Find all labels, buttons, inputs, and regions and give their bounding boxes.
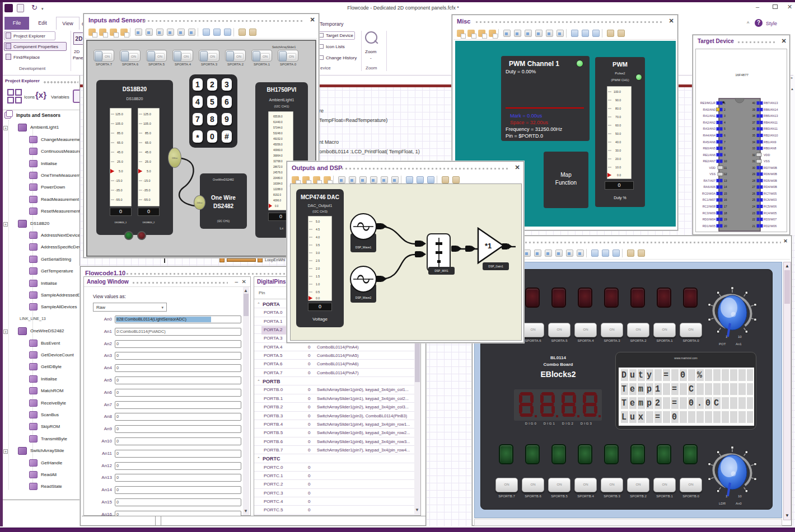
svg-text:125.0: 125.0 (115, 112, 123, 116)
svg-text:85.0: 85.0 (145, 131, 151, 135)
svg-text:RC5/W06: RC5/W06 (764, 205, 777, 208)
svg-text:RD4/W0B: RD4/W0B (764, 185, 777, 189)
svg-text:2: 2 (724, 108, 726, 111)
svg-text:12: 12 (724, 172, 727, 176)
svg-text:RD5/W0B: RD5/W0B (764, 179, 777, 182)
svg-text:-35.0: -35.0 (143, 189, 151, 192)
svg-text:10: 10 (738, 335, 742, 338)
svg-text:RC6/W03: RC6/W03 (764, 198, 777, 201)
svg-text:21: 21 (752, 224, 755, 228)
svg-text:-15.0: -15.0 (143, 179, 151, 182)
svg-text:60.0: 60.0 (615, 124, 621, 127)
svg-text:11: 11 (724, 166, 727, 170)
svg-text:RE0/AN5: RE0/AN5 (703, 147, 716, 150)
svg-text:RC4/W05: RC4/W05 (764, 211, 777, 215)
svg-text:24576.0: 24576.0 (273, 171, 283, 174)
svg-text:RE1/AN6: RE1/AN6 (703, 153, 716, 157)
svg-text:-55.0: -55.0 (143, 198, 151, 201)
svg-text:29: 29 (752, 172, 755, 176)
svg-text:-35.0: -35.0 (115, 189, 123, 192)
svg-text:14: 14 (724, 185, 727, 189)
svg-text:12288.0: 12288.0 (273, 188, 283, 191)
svg-text:45056.0: 45056.0 (273, 143, 283, 146)
svg-text:5.0: 5.0 (147, 170, 151, 173)
svg-text:10: 10 (738, 495, 742, 498)
svg-text:40960.0: 40960.0 (273, 149, 283, 152)
svg-text:RD0/W04: RD0/W04 (703, 218, 716, 221)
svg-text:16384.0: 16384.0 (273, 182, 283, 185)
svg-text:RE3/MCLR: RE3/MCLR (700, 101, 716, 105)
svg-text:30.0: 30.0 (615, 149, 621, 152)
svg-text:RB5/AN13: RB5/AN13 (764, 114, 778, 117)
svg-text:RE2/AN7: RE2/AN7 (703, 159, 716, 163)
svg-text:RB4/AN11: RB4/AN11 (764, 121, 778, 124)
svg-text:16: 16 (724, 198, 727, 201)
svg-text:23: 23 (752, 211, 755, 215)
svg-text:RC0/W0A: RC0/W0A (702, 192, 716, 195)
svg-text:VSS: VSS (764, 159, 770, 163)
svg-text:50.0: 50.0 (615, 132, 621, 135)
svg-text:RA3/AN3: RA3/AN3 (703, 127, 716, 130)
svg-text:RD3/W07: RD3/W07 (764, 218, 777, 221)
svg-text:35: 35 (752, 134, 755, 137)
svg-text:25.0: 25.0 (145, 160, 151, 163)
svg-text:25: 25 (752, 198, 755, 201)
svg-text:90.0: 90.0 (615, 98, 621, 102)
svg-text:30: 30 (752, 166, 755, 170)
svg-text:RA1/AN1: RA1/AN1 (703, 114, 716, 117)
svg-text:RB7/AN13: RB7/AN13 (764, 101, 778, 105)
svg-text:RA5/AN6: RA5/AN6 (703, 140, 716, 144)
svg-text:RB1/AN9: RB1/AN9 (764, 140, 776, 144)
svg-text:15: 15 (724, 192, 727, 195)
svg-text:VDD: VDD (764, 153, 770, 157)
svg-text:33: 33 (752, 147, 755, 150)
svg-text:0.0: 0.0 (617, 173, 621, 177)
svg-text:26: 26 (752, 192, 755, 195)
svg-text:-55.0: -55.0 (115, 198, 123, 201)
svg-text:105.0: 105.0 (115, 122, 123, 125)
svg-text:61440.0: 61440.0 (273, 121, 283, 124)
svg-text:36: 36 (752, 127, 755, 130)
svg-text:RC7/W05: RC7/W05 (764, 192, 777, 195)
svg-text:RA6/A06: RA6/A06 (703, 185, 716, 189)
svg-text:18: 18 (724, 211, 727, 215)
svg-text:24: 24 (752, 205, 755, 208)
svg-text:65536.0: 65536.0 (273, 115, 283, 118)
svg-text:RB6/AN14: RB6/AN14 (764, 108, 778, 111)
svg-text:RA0/AN0: RA0/AN0 (703, 108, 716, 111)
svg-text:53248.0: 53248.0 (273, 132, 283, 135)
svg-text:32: 32 (752, 153, 755, 157)
svg-text:5.0: 5.0 (119, 170, 123, 173)
svg-text:-15.0: -15.0 (115, 179, 123, 182)
svg-text:10: 10 (724, 159, 727, 163)
svg-text:25.0: 25.0 (117, 160, 123, 163)
svg-text:65.0: 65.0 (145, 141, 151, 144)
svg-text:40: 40 (752, 101, 755, 105)
svg-text:VDD: VDD (709, 166, 716, 170)
svg-text:RB0/AN8: RB0/AN8 (764, 147, 776, 150)
svg-text:38: 38 (752, 114, 755, 117)
svg-text:49152.0: 49152.0 (273, 138, 283, 140)
svg-text:RD2/W06: RD2/W06 (764, 224, 777, 228)
svg-text:1: 1 (724, 101, 726, 105)
svg-text:0.0: 0.0 (275, 205, 279, 208)
svg-text:36864.0: 36864.0 (273, 154, 283, 157)
svg-text:10.0: 10.0 (615, 166, 621, 169)
svg-text:17: 17 (724, 205, 727, 208)
svg-text:RC2/W08: RC2/W08 (703, 205, 716, 208)
svg-text:20.0: 20.0 (615, 157, 621, 161)
svg-text:80.0: 80.0 (615, 107, 621, 110)
svg-text:VSS: VSS (709, 172, 716, 176)
svg-text:8192.0: 8192.0 (273, 194, 281, 196)
svg-text:RD7/W0B: RD7/W0B (764, 166, 777, 170)
svg-text:7: 7 (724, 140, 726, 144)
svg-text:9: 9 (724, 153, 726, 157)
svg-text:RB3/AN11: RB3/AN11 (764, 127, 778, 130)
svg-text:RD1/W05: RD1/W05 (703, 224, 716, 228)
svg-text:5: 5 (724, 127, 726, 130)
svg-text:28: 28 (752, 179, 755, 182)
svg-text:45.0: 45.0 (117, 150, 123, 154)
svg-text:20: 20 (724, 224, 727, 228)
svg-text:RA2/AN2: RA2/AN2 (703, 121, 716, 124)
svg-text:100.0: 100.0 (614, 90, 621, 93)
